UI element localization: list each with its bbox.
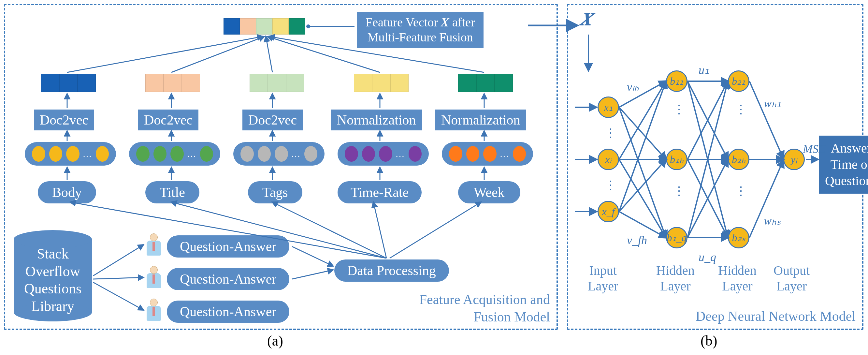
nn-hidden1-node: b₁ₕ bbox=[666, 149, 687, 170]
weight-uq: u_q bbox=[699, 250, 716, 264]
dots-icon: ⋮ bbox=[735, 106, 747, 113]
user-icon bbox=[145, 233, 162, 257]
svg-line-8 bbox=[373, 202, 386, 258]
database-label: StackOverflowQuestionsLibrary bbox=[14, 245, 92, 315]
svg-line-7 bbox=[272, 202, 386, 258]
weight-wh1: wₕ₁ bbox=[764, 96, 781, 110]
weight-whs: wₕₛ bbox=[764, 214, 781, 228]
nn-input-node: x_f bbox=[597, 201, 619, 222]
svg-line-46 bbox=[687, 81, 728, 159]
weight-u1: u₁ bbox=[699, 63, 709, 77]
panel-a-title: Feature Acquisition andFusion Model bbox=[419, 291, 550, 325]
nn-hidden2-node: b₂ₕ bbox=[728, 149, 749, 170]
svg-line-36 bbox=[619, 81, 666, 107]
svg-line-27 bbox=[266, 36, 272, 72]
svg-line-25 bbox=[67, 36, 262, 72]
nn-hidden1-node: b₁₁ bbox=[666, 70, 687, 92]
svg-line-43 bbox=[619, 159, 666, 212]
weight-vfh: v_fh bbox=[627, 233, 647, 247]
panel-feature-model: Feature Acquisition andFusion Model Stac… bbox=[4, 4, 558, 330]
fused-vector bbox=[223, 18, 305, 34]
caption-a: (a) bbox=[267, 332, 283, 349]
feature-week-vector bbox=[458, 74, 513, 92]
feature-title-op: Doc2vec bbox=[138, 110, 198, 130]
layer-label-output: OutputLayer bbox=[774, 263, 810, 294]
dots-icon: ⋮ bbox=[735, 188, 747, 195]
feature-time-vector bbox=[354, 74, 409, 92]
dots-icon: ⋮ bbox=[605, 130, 617, 137]
feature-title-label: Title bbox=[145, 181, 199, 203]
feature-body-op: Doc2vec bbox=[34, 110, 94, 130]
nn-input-node: x₁ bbox=[597, 96, 619, 118]
svg-line-54 bbox=[749, 81, 783, 158]
weight-mse: MSE bbox=[803, 142, 826, 156]
feature-title-vector bbox=[145, 74, 200, 92]
qa-pill: Question-Answer bbox=[167, 268, 289, 290]
feature-time-op: Normalization bbox=[331, 110, 422, 130]
weight-vih: vᵢₕ bbox=[627, 80, 639, 94]
qa-pill: Question-Answer bbox=[167, 301, 289, 323]
nn-answer-box: AnswerTime ofQuestions bbox=[819, 136, 868, 194]
svg-line-2 bbox=[93, 282, 143, 310]
x-symbol: 𝑿 bbox=[580, 9, 592, 30]
layer-label-input: InputLayer bbox=[588, 263, 618, 294]
feature-body-circles: … bbox=[25, 142, 116, 166]
user-icon bbox=[145, 266, 162, 290]
feature-week-circles: … bbox=[442, 142, 533, 166]
panel-b-title: Deep Neural Network Model bbox=[695, 308, 856, 324]
nn-hidden2-node: b₂₁ bbox=[728, 70, 749, 92]
layer-label-h2: HiddenLayer bbox=[718, 263, 756, 294]
nn-output-node: yⱼ bbox=[783, 149, 805, 170]
svg-line-48 bbox=[687, 81, 728, 159]
user-icon bbox=[145, 299, 162, 322]
svg-line-50 bbox=[687, 159, 728, 238]
dots-icon: ⋮ bbox=[673, 106, 685, 113]
feature-week-op: Normalization bbox=[435, 110, 526, 130]
svg-line-42 bbox=[619, 81, 666, 212]
svg-line-9 bbox=[390, 202, 481, 258]
svg-line-4 bbox=[292, 270, 333, 279]
svg-line-37 bbox=[619, 107, 666, 159]
nn-input-node: xᵢ bbox=[597, 149, 619, 170]
feature-tags-vector bbox=[250, 74, 304, 92]
feature-body-label: Body bbox=[38, 181, 96, 203]
svg-line-51 bbox=[687, 81, 728, 238]
dots-icon: ⋮ bbox=[605, 182, 617, 189]
svg-line-52 bbox=[687, 159, 728, 238]
svg-line-0 bbox=[93, 245, 143, 276]
feature-time-circles: … bbox=[338, 142, 429, 166]
svg-line-26 bbox=[172, 36, 264, 72]
nn-hidden1-node: b₁_q bbox=[666, 227, 687, 248]
qa-pill: Question-Answer bbox=[167, 235, 289, 258]
svg-line-47 bbox=[687, 81, 728, 238]
svg-line-41 bbox=[619, 159, 666, 238]
feature-tags-label: Tags bbox=[248, 181, 302, 203]
dots-icon: ⋮ bbox=[673, 188, 685, 195]
feature-title-circles: … bbox=[129, 142, 220, 166]
fused-label-box: Feature Vector 𝑿 afterMulti-Feature Fusi… bbox=[357, 12, 484, 48]
svg-line-39 bbox=[619, 81, 666, 159]
nn-hidden2-node: b₂ₛ bbox=[728, 227, 749, 248]
panel-nn-model: Deep Neural Network Model x₁ ⋮ xᵢ ⋮ x_f … bbox=[567, 4, 863, 330]
feature-week-label: Week bbox=[458, 181, 520, 203]
svg-line-1 bbox=[93, 277, 143, 279]
layer-label-h1: HiddenLayer bbox=[656, 263, 695, 294]
data-processing-pill: Data Processing bbox=[334, 260, 449, 282]
svg-line-38 bbox=[619, 107, 666, 238]
database-cylinder: StackOverflowQuestionsLibrary bbox=[14, 230, 92, 321]
svg-line-3 bbox=[292, 246, 333, 266]
feature-tags-op: Doc2vec bbox=[242, 110, 303, 130]
feature-time-label: Time-Rate bbox=[338, 181, 422, 203]
feature-body-vector bbox=[41, 74, 96, 92]
svg-point-31 bbox=[306, 25, 310, 28]
feature-tags-circles: … bbox=[233, 142, 324, 166]
caption-b: (b) bbox=[701, 332, 717, 349]
